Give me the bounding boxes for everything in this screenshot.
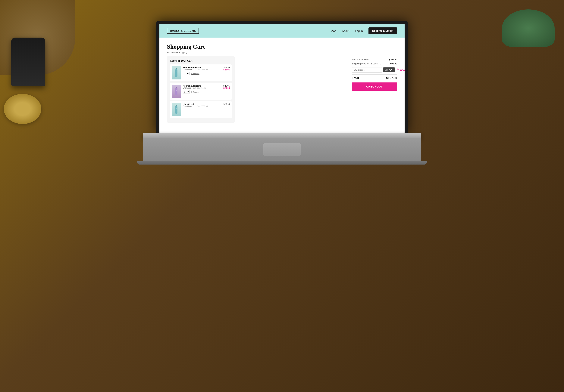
svg-rect-5 bbox=[176, 90, 177, 91]
trash-icon: 🗑 bbox=[191, 73, 193, 75]
item-price-orig-3: $26.95 bbox=[223, 103, 230, 105]
checkout-button[interactable]: CHECKOUT bbox=[352, 82, 397, 91]
laptop-bottom bbox=[137, 161, 427, 164]
bottle-icon-3 bbox=[174, 105, 178, 114]
cart-item: Liquat Leaf Conditioner 12 fl oz / 355 m… bbox=[170, 101, 232, 118]
cart-section: Shopping Cart ← Continue Shopping Items … bbox=[167, 43, 346, 127]
shipping-label: Shipping Free (6 - 8 Days) ⌄ bbox=[352, 62, 381, 65]
total-row: Total $107.00 bbox=[352, 76, 397, 80]
svg-rect-3 bbox=[176, 87, 177, 88]
laptop: HONEY & CHROME Shop About Log In Become … bbox=[38, 9, 526, 373]
item-prices-3: $26.95 bbox=[220, 103, 230, 105]
total-value: $107.00 bbox=[386, 76, 397, 80]
svg-rect-7 bbox=[175, 106, 177, 114]
laptop-screen-bezel: HONEY & CHROME Shop About Log In Become … bbox=[156, 21, 408, 133]
apply-button[interactable]: APPLY bbox=[383, 68, 395, 72]
cart-item: Nourish & Restore Shampoo 12 fl oz / 355… bbox=[170, 83, 232, 100]
trash-icon-2: 🗑 bbox=[191, 91, 193, 93]
bottle-icon bbox=[174, 68, 178, 77]
item-prices-1: $26.95 $20.95 bbox=[220, 66, 230, 71]
item-image-conditioner-2 bbox=[172, 103, 181, 116]
item-image-shampoo bbox=[172, 85, 181, 98]
cart-panel-title: Items in Your Cart bbox=[170, 59, 232, 62]
subtotal-label: Subtotal - 4 Items bbox=[352, 58, 370, 61]
stylist-code-input[interactable] bbox=[352, 67, 382, 72]
item-name-3: Liquat Leaf bbox=[183, 103, 218, 105]
item-info-1: Nourish & Restore Conditioner 12 fl oz /… bbox=[183, 66, 218, 75]
logo: HONEY & CHROME bbox=[167, 28, 199, 34]
item-name-2: Nourish & Restore bbox=[183, 85, 218, 87]
item-price-disc-1: $20.95 bbox=[223, 68, 230, 71]
subtotal-value: $107.00 bbox=[389, 58, 397, 61]
qty-select-2[interactable]: 1 2 3 bbox=[183, 90, 189, 94]
item-image-conditioner-1 bbox=[172, 66, 181, 80]
svg-rect-0 bbox=[176, 68, 177, 69]
discount-value: -$24.00 bbox=[399, 69, 405, 71]
chevron-down-icon: ⌄ bbox=[380, 63, 381, 65]
order-summary: Subtotal - 4 Items $107.00 Shipping Free… bbox=[352, 43, 397, 127]
svg-rect-6 bbox=[176, 105, 177, 106]
subtotal-row: Subtotal - 4 Items $107.00 bbox=[352, 58, 397, 61]
item-price-orig-1: $26.95 bbox=[223, 66, 230, 68]
item-type-2: Shampoo 12 fl oz / 355 ml bbox=[183, 87, 218, 89]
svg-rect-1 bbox=[175, 69, 177, 77]
item-prices-2: $26.95 $20.95 bbox=[220, 85, 230, 89]
page-title: Shopping Cart bbox=[167, 43, 346, 50]
item-info-2: Nourish & Restore Shampoo 12 fl oz / 355… bbox=[183, 85, 218, 94]
remove-button-1[interactable]: 🗑 Remove bbox=[191, 73, 199, 75]
nav-about[interactable]: About bbox=[342, 29, 349, 32]
shipping-row: Shipping Free (6 - 8 Days) ⌄ $00.00 bbox=[352, 62, 397, 65]
item-price-orig-2: $26.95 bbox=[223, 85, 230, 87]
item-info-3: Liquat Leaf Conditioner 12 fl oz / 355 m… bbox=[183, 103, 218, 108]
nav-links: Shop About Log In Become a Stylist bbox=[330, 27, 397, 34]
laptop-screen: HONEY & CHROME Shop About Log In Become … bbox=[159, 24, 405, 133]
tea-cup-decoration bbox=[4, 94, 41, 124]
stylist-code-row: APPLY ✕ -$24.00 bbox=[352, 67, 397, 72]
total-label: Total bbox=[352, 76, 359, 80]
cart-item: Nourish & Restore Conditioner 12 fl oz /… bbox=[170, 64, 232, 81]
remove-button-2[interactable]: 🗑 Remove bbox=[191, 91, 199, 93]
item-price-disc-2: $20.95 bbox=[223, 87, 230, 89]
bottle-shampoo-icon bbox=[174, 87, 178, 96]
navbar: HONEY & CHROME Shop About Log In Become … bbox=[159, 24, 405, 38]
item-controls-2: 1 2 3 🗑 Remove bbox=[183, 90, 218, 94]
shipping-value: $00.00 bbox=[390, 62, 397, 65]
nav-shop[interactable]: Shop bbox=[330, 29, 336, 32]
laptop-base bbox=[143, 133, 421, 138]
nav-login[interactable]: Log In bbox=[355, 29, 363, 32]
item-name-1: Nourish & Restore bbox=[183, 66, 218, 68]
svg-rect-4 bbox=[175, 88, 177, 95]
svg-rect-2 bbox=[176, 72, 177, 72]
discount-badge: ✕ -$24.00 bbox=[396, 68, 405, 71]
divider bbox=[352, 74, 397, 75]
discount-icon: ✕ bbox=[396, 68, 399, 71]
item-controls-1: 1 2 3 🗑 Remove bbox=[183, 72, 218, 75]
become-stylist-button[interactable]: Become a Stylist bbox=[368, 27, 397, 34]
trackpad[interactable] bbox=[263, 143, 301, 156]
qty-select-1[interactable]: 1 2 3 bbox=[183, 72, 189, 75]
laptop-trackpad-area bbox=[143, 138, 421, 161]
main-content: Shopping Cart ← Continue Shopping Items … bbox=[159, 38, 405, 133]
svg-rect-8 bbox=[176, 108, 177, 109]
continue-shopping-link[interactable]: ← Continue Shopping bbox=[167, 51, 346, 54]
cart-panel: Items in Your Cart No bbox=[167, 56, 235, 123]
item-type-3: Conditioner 12 fl oz / 355 ml bbox=[183, 105, 218, 108]
item-type-1: Conditioner 12 fl oz / 355 ml bbox=[183, 68, 218, 71]
